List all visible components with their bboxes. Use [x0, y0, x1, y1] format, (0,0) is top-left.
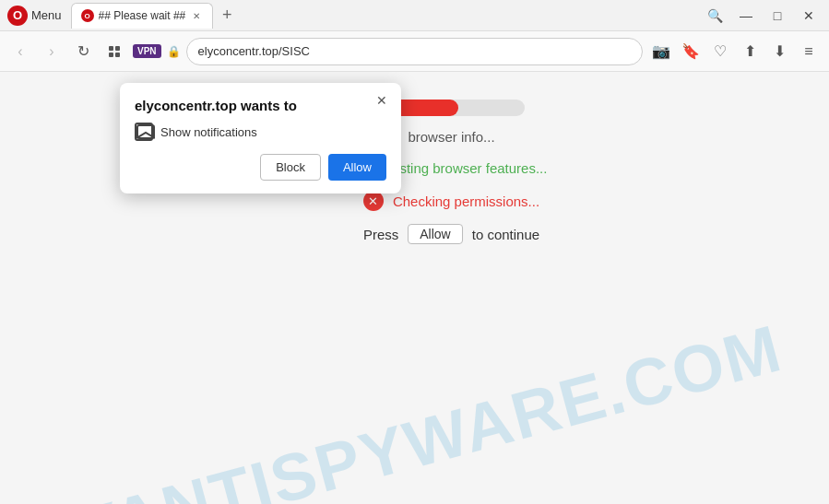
speed-dial-button[interactable] [101, 39, 127, 64]
download-icon[interactable]: ⬇ [766, 39, 792, 64]
tab-close-button[interactable]: ✕ [190, 9, 203, 22]
url-text: elyconcentr.top/SISC [198, 44, 310, 58]
window-controls: 🔍 — □ ✕ [702, 3, 822, 29]
notification-icon [136, 124, 155, 143]
check-text-1: Testing browser features... [385, 160, 548, 176]
minimize-button[interactable]: — [733, 3, 759, 29]
block-button[interactable]: Block [260, 154, 321, 181]
address-bar: ‹ › ↻ VPN 🔒 elyconcentr.top/SISC 📷 🔖 ♡ ⬆… [0, 31, 829, 72]
camera-icon[interactable]: 📷 [648, 39, 674, 64]
check-item-2: ✕ Checking permissions... [363, 191, 539, 211]
toolbar-icons: 📷 🔖 ♡ ⬆ ⬇ ≡ [648, 39, 822, 64]
maximize-button[interactable]: □ [764, 3, 790, 29]
page-content: MYANTISPYWARE.COM browser info... ✓ Test… [0, 72, 829, 504]
browser-info-text: browser info... [408, 129, 494, 145]
tab-title: ## Please wait ## [99, 9, 186, 22]
search-button[interactable]: 🔍 [702, 3, 728, 29]
watermark: MYANTISPYWARE.COM [0, 300, 824, 504]
title-bar: O Menu O ## Please wait ## ✕ + 🔍 — □ ✕ [0, 0, 829, 31]
permission-dialog: ✕ elyconcentr.top wants to Show notifica… [120, 83, 401, 193]
dialog-close-button[interactable]: ✕ [372, 90, 392, 111]
tab-bar: O ## Please wait ## ✕ + [71, 3, 698, 29]
url-input[interactable]: elyconcentr.top/SISC [186, 38, 643, 65]
close-button[interactable]: ✕ [796, 3, 822, 29]
tab-favicon: O [81, 9, 94, 22]
reload-button[interactable]: ↻ [70, 39, 96, 64]
back-button[interactable]: ‹ [7, 39, 33, 64]
check-icon-red: ✕ [363, 191, 384, 211]
menu-label[interactable]: Menu [31, 8, 62, 22]
lock-icon: 🔒 [167, 45, 181, 58]
to-continue-label: to continue [472, 227, 539, 242]
new-tab-button[interactable]: + [215, 4, 239, 28]
notification-label: Show notifications [160, 125, 257, 139]
press-label: Press [363, 227, 398, 242]
allow-button[interactable]: Allow [328, 154, 386, 181]
heart-icon[interactable]: ♡ [707, 39, 733, 64]
vpn-badge[interactable]: VPN [133, 44, 161, 58]
check-text-2: Checking permissions... [393, 193, 539, 209]
share-icon[interactable]: ⬆ [737, 39, 763, 64]
dialog-actions: Block Allow [135, 154, 386, 181]
browser-menu-icon[interactable]: ≡ [796, 39, 822, 64]
forward-button[interactable]: › [39, 39, 65, 64]
active-tab[interactable]: O ## Please wait ## ✕ [71, 3, 214, 29]
inline-allow-button[interactable]: Allow [408, 224, 462, 244]
dialog-title: elyconcentr.top wants to [135, 98, 386, 113]
dialog-notification-item: Show notifications [135, 123, 386, 141]
press-allow-row: Press Allow to continue [363, 224, 539, 244]
bookmark-icon[interactable]: 🔖 [678, 39, 704, 64]
grid-icon [109, 46, 120, 57]
opera-logo: O [7, 6, 28, 26]
